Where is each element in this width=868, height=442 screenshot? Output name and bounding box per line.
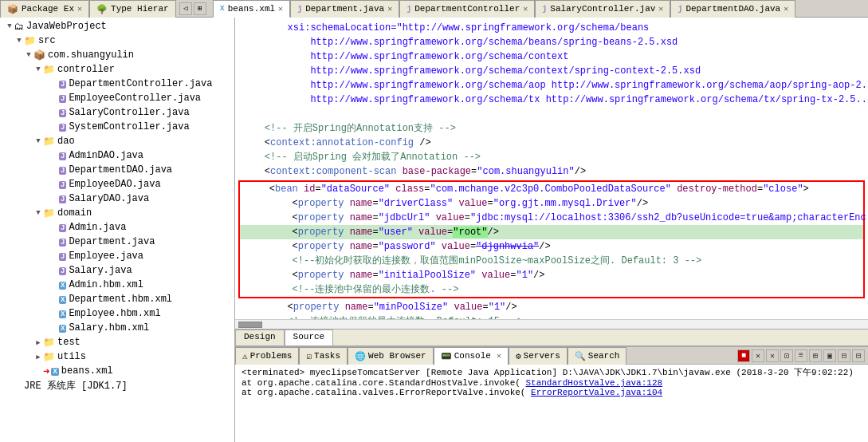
editor-tab-salary-ctrl[interactable]: j SalaryController.jav ✕ xyxy=(535,0,670,18)
toolbar-btn-1[interactable]: ◁ xyxy=(179,2,192,15)
expand-arrow-ctrl[interactable]: ▼ xyxy=(33,65,43,73)
problems-tab-bar: ⚠ Problems ☑ Tasks 🌐 Web Browser 📟 Conso… xyxy=(235,347,868,365)
prob-btn-6[interactable]: ⊞ xyxy=(809,349,822,362)
tree-item-sal-dao[interactable]: J SalaryDAO.java xyxy=(0,191,234,206)
tree-item-sal-hbm[interactable]: X Salary.hbm.xml xyxy=(0,321,234,335)
sal-ctrl-label: SalaryController.java xyxy=(69,107,189,118)
java-icon-dept: J xyxy=(59,236,66,247)
servers-tab-label: Servers xyxy=(524,351,560,361)
tree-item-admin-dao[interactable]: J AdminDAO.java xyxy=(0,148,234,163)
tab-label-type: Type Hierar xyxy=(111,4,169,14)
tree-item-domain[interactable]: ▼ 📁 domain xyxy=(0,206,234,220)
expand-arrow-com[interactable]: ▼ xyxy=(24,51,33,59)
prob-btn-stop[interactable]: ■ xyxy=(737,349,750,362)
prob-btn-5[interactable]: ≡ xyxy=(795,349,807,362)
code-text-comment4: <!--连接池中保留的最小连接数. --> xyxy=(246,282,857,297)
code-line-tag2: <context:component-scan base-package="co… xyxy=(235,164,868,179)
tree-item-dept-hbm[interactable]: X Department.hbm.xml xyxy=(0,292,234,306)
prob-btn-8[interactable]: ⊟ xyxy=(838,349,850,362)
editor-tab-close-0[interactable]: ✕ xyxy=(278,4,283,14)
prob-btn-2[interactable]: ✕ xyxy=(752,349,764,362)
expand-arrow-test[interactable]: ▶ xyxy=(33,338,43,347)
tree-item-dao[interactable]: ▼ 📁 dao xyxy=(0,134,234,148)
code-text-comment1: <!-- 开启Spring的Annotation支持 --> xyxy=(242,121,862,136)
tree-item-sal-java[interactable]: J Salary.java xyxy=(0,263,234,278)
prob-tab-web-browser[interactable]: 🌐 Web Browser xyxy=(348,347,434,365)
tree-item-admin-hbm[interactable]: X Admin.hbm.xml xyxy=(0,278,234,292)
tree-item-dept-java[interactable]: J Department.java xyxy=(0,235,234,249)
tree-item-sal-ctrl[interactable]: J SalaryController.java xyxy=(0,105,234,120)
editor-tab-beans-xml[interactable]: x beans.xml ✕ xyxy=(213,0,290,18)
xml-icon-emp-hbm: X xyxy=(59,308,66,319)
design-tab-label: Design xyxy=(244,332,276,341)
code-line-4: http://www.springframework.org/schema/co… xyxy=(235,64,868,78)
tree-item-jre[interactable]: JRE 系统库 [JDK1.7] xyxy=(0,378,234,393)
src-icon: 📁 xyxy=(24,35,36,47)
editor-area[interactable]: xsi:schemaLocation="http://www.springfra… xyxy=(235,18,868,319)
tree-item-com[interactable]: ▼ 📦 com.shuangyulin xyxy=(0,48,234,62)
tree-item-dept-ctrl[interactable]: J DepartmentController.java xyxy=(0,77,234,91)
beans-xml-label: beans.xml xyxy=(61,365,113,377)
prob-btn-4[interactable]: ⊡ xyxy=(780,349,793,362)
tree-item-src[interactable]: ▼ 📁 src xyxy=(0,34,234,48)
prob-tab-tasks[interactable]: ☑ Tasks xyxy=(299,347,348,365)
tree-view[interactable]: ▼ 🗂 JavaWebProject ▼ 📁 src ▼ 📦 com.shuan… xyxy=(0,18,234,442)
console-link1[interactable]: StandardHostValve.java:128 xyxy=(525,378,662,388)
prob-toolbar: ■ ✕ ✕ ⊡ ≡ ⊞ ▣ ⊟ ⊟ xyxy=(737,349,868,362)
prob-tab-problems[interactable]: ⚠ Problems xyxy=(235,347,299,365)
expand-arrow-project[interactable]: ▼ xyxy=(5,22,14,30)
code-line-6: http://www.springframework.org/schema/tx… xyxy=(235,93,868,107)
console-tab-label: Console xyxy=(454,351,491,361)
tree-item-emp-ctrl[interactable]: J EmployeeController.java xyxy=(0,91,234,105)
tree-item-project[interactable]: ▼ 🗂 JavaWebProject xyxy=(0,19,234,34)
editor-tab-dept-dao[interactable]: j DepartmentDAO.java ✕ xyxy=(670,0,795,18)
xml-icon-dept-hbm: X xyxy=(59,294,66,305)
editor-tab-dept-ctrl[interactable]: j DepartmentController ✕ xyxy=(399,0,535,18)
hscroll-thumb[interactable] xyxy=(238,322,262,328)
tree-item-emp-java[interactable]: J Employee.java xyxy=(0,249,234,263)
tree-item-dept-dao-node[interactable]: J DepartmentDAO.java xyxy=(0,163,234,177)
expand-arrow-domain[interactable]: ▼ xyxy=(33,209,43,217)
code-text-3: http://www.springframework.org/schema/co… xyxy=(242,49,862,64)
tree-item-beans-xml[interactable]: ➜ X beans.xml xyxy=(0,364,234,378)
tree-item-sys-ctrl[interactable]: J SystemController.java xyxy=(0,120,234,134)
src-label: src xyxy=(38,35,56,46)
editor-tab-close-2[interactable]: ✕ xyxy=(523,4,528,14)
editor-tab-close-4[interactable]: ✕ xyxy=(784,4,788,14)
editor-tab-label-0: beans.xml xyxy=(228,4,275,14)
java-icon-1: j xyxy=(297,5,302,14)
expand-arrow-dao[interactable]: ▼ xyxy=(33,137,43,145)
tab-type-hier[interactable]: 🌳 Type Hierar xyxy=(89,0,176,18)
prob-btn-7[interactable]: ▣ xyxy=(823,349,836,362)
expand-arrow-src[interactable]: ▼ xyxy=(14,37,24,45)
console-link2[interactable]: ErrorReportValve.java:104 xyxy=(531,388,662,397)
bottom-tab-design[interactable]: Design xyxy=(235,330,285,345)
bottom-tab-source[interactable]: Source xyxy=(285,330,334,345)
editor-hscroll[interactable] xyxy=(235,319,868,329)
console-line1-text: at org.apache.catalina.core.StandardHost… xyxy=(242,378,520,388)
tree-item-emp-hbm[interactable]: X Employee.hbm.xml xyxy=(0,306,234,321)
tab-package-ex[interactable]: 📦 Package Ex ✕ xyxy=(0,0,89,18)
code-line-minpool: <property name="minPoolSize" value="1"/> xyxy=(235,300,868,314)
tree-item-admin-java[interactable]: J Admin.java xyxy=(0,220,234,235)
prob-btn-3[interactable]: ✕ xyxy=(766,349,779,362)
prob-btn-9[interactable]: ⊟ xyxy=(852,349,865,362)
utils-label: utils xyxy=(57,351,86,362)
expand-arrow-utils[interactable]: ▶ xyxy=(33,353,43,361)
tree-item-emp-dao[interactable]: J EmployeeDAO.java xyxy=(0,177,234,191)
prob-tab-console[interactable]: 📟 Console ✕ xyxy=(434,347,509,365)
toolbar-btn-2[interactable]: ⊞ xyxy=(194,2,206,15)
tree-item-utils[interactable]: ▶ 📁 utils xyxy=(0,349,234,364)
code-text-6: http://www.springframework.org/schema/tx… xyxy=(242,93,868,107)
editor-tab-dept-java[interactable]: j Department.java ✕ xyxy=(290,0,399,18)
code-text-password: <property name="password" value="djgnhwv… xyxy=(246,239,857,254)
admin-java-label: Admin.java xyxy=(69,222,126,233)
editor-tab-close-3[interactable]: ✕ xyxy=(658,4,663,14)
editor-tab-close-1[interactable]: ✕ xyxy=(387,4,392,14)
prob-tab-servers[interactable]: ⚙ Servers xyxy=(509,347,568,365)
prob-tab-search[interactable]: 🔍 Search xyxy=(568,347,627,365)
tab-close-package[interactable]: ✕ xyxy=(77,4,82,14)
xml-icon-beans: X xyxy=(51,365,58,377)
tree-item-controller[interactable]: ▼ 📁 controller xyxy=(0,62,234,77)
tree-item-test[interactable]: ▶ 📁 test xyxy=(0,335,234,349)
